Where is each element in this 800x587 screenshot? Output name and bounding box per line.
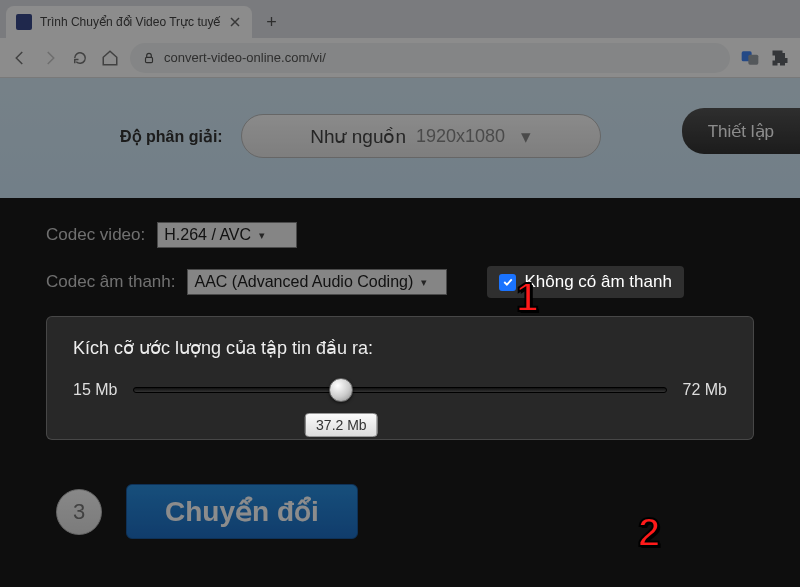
slider-thumb[interactable] bbox=[329, 378, 353, 402]
tab-title: Trình Chuyển đổi Video Trực tuyế bbox=[40, 15, 220, 29]
audio-codec-label: Codec âm thanh: bbox=[46, 272, 175, 292]
chevron-down-icon: ▾ bbox=[259, 229, 265, 242]
video-codec-row: Codec video: H.264 / AVC ▾ bbox=[46, 222, 754, 248]
address-bar[interactable]: convert-video-online.com/vi/ bbox=[130, 43, 730, 73]
browser-toolbar: convert-video-online.com/vi/ bbox=[0, 38, 800, 78]
convert-button-label: Chuyển đổi bbox=[165, 496, 319, 527]
extensions-icon[interactable] bbox=[770, 48, 790, 68]
audio-codec-row: Codec âm thanh: AAC (Advanced Audio Codi… bbox=[46, 266, 754, 298]
size-min-label: 15 Mb bbox=[73, 381, 117, 399]
svg-rect-2 bbox=[748, 54, 758, 64]
size-max-label: 72 Mb bbox=[683, 381, 727, 399]
video-codec-select[interactable]: H.264 / AVC ▾ bbox=[157, 222, 297, 248]
reload-button[interactable] bbox=[70, 48, 90, 68]
output-size-panel: Kích cỡ ước lượng của tập tin đầu ra: 15… bbox=[46, 316, 754, 440]
chevron-down-icon: ▾ bbox=[521, 125, 531, 148]
output-size-title: Kích cỡ ước lượng của tập tin đầu ra: bbox=[73, 337, 727, 359]
browser-chrome: Trình Chuyển đổi Video Trực tuyế + conve… bbox=[0, 0, 800, 78]
favicon-icon bbox=[16, 14, 32, 30]
back-button[interactable] bbox=[10, 48, 30, 68]
resolution-value: Như nguồn bbox=[310, 125, 406, 148]
settings-panel: Codec video: H.264 / AVC ▾ Codec âm than… bbox=[0, 198, 800, 539]
tab-strip: Trình Chuyển đổi Video Trực tuyế + bbox=[0, 0, 800, 38]
step-number-badge: 3 bbox=[56, 489, 102, 535]
video-codec-value: H.264 / AVC bbox=[164, 226, 251, 244]
no-audio-checkbox[interactable] bbox=[499, 274, 516, 291]
video-codec-label: Codec video: bbox=[46, 225, 145, 245]
size-slider[interactable]: 37.2 Mb bbox=[133, 387, 666, 393]
no-audio-label: Không có âm thanh bbox=[524, 272, 671, 292]
close-tab-icon[interactable] bbox=[228, 15, 242, 29]
browser-tab[interactable]: Trình Chuyển đổi Video Trực tuyế bbox=[6, 6, 252, 38]
settings-button[interactable]: Thiết lập bbox=[682, 108, 800, 154]
audio-codec-value: AAC (Advanced Audio Coding) bbox=[194, 273, 413, 291]
size-slider-row: 15 Mb 37.2 Mb 72 Mb bbox=[73, 381, 727, 399]
lock-icon bbox=[142, 51, 156, 65]
audio-codec-select[interactable]: AAC (Advanced Audio Coding) ▾ bbox=[187, 269, 447, 295]
no-audio-option[interactable]: Không có âm thanh bbox=[487, 266, 683, 298]
new-tab-button[interactable]: + bbox=[258, 9, 284, 35]
forward-button[interactable] bbox=[40, 48, 60, 68]
resolution-row: Độ phân giải: Như nguồn 1920x1080 ▾ Thiế… bbox=[0, 78, 800, 198]
url-text: convert-video-online.com/vi/ bbox=[164, 50, 326, 65]
convert-row: 3 Chuyển đổi bbox=[46, 484, 754, 539]
svg-rect-0 bbox=[146, 57, 153, 62]
home-button[interactable] bbox=[100, 48, 120, 68]
translate-extension-icon[interactable] bbox=[740, 48, 760, 68]
slider-track bbox=[133, 387, 666, 393]
resolution-dimensions: 1920x1080 bbox=[416, 126, 505, 147]
resolution-label: Độ phân giải: bbox=[120, 127, 223, 146]
size-current-value: 37.2 Mb bbox=[305, 413, 378, 437]
chevron-down-icon: ▾ bbox=[421, 276, 427, 289]
convert-button[interactable]: Chuyển đổi bbox=[126, 484, 358, 539]
settings-button-label: Thiết lập bbox=[708, 121, 774, 142]
page-content: Độ phân giải: Như nguồn 1920x1080 ▾ Thiế… bbox=[0, 78, 800, 587]
resolution-select[interactable]: Như nguồn 1920x1080 ▾ bbox=[241, 114, 601, 158]
